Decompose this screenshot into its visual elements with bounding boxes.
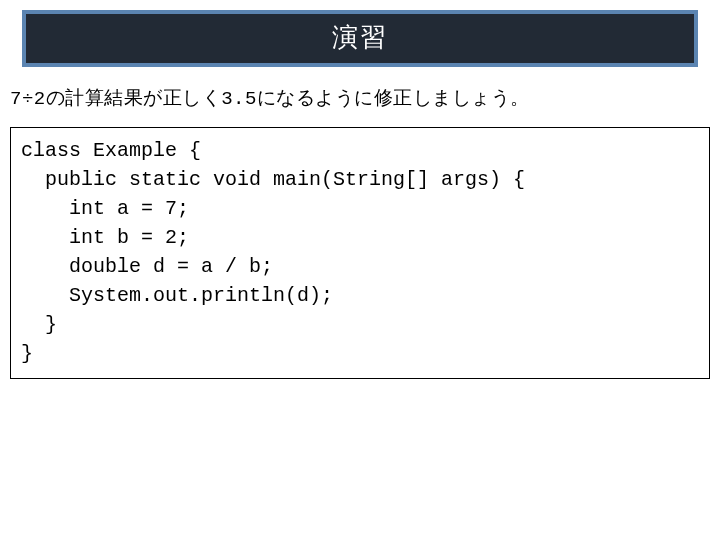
slide-title: 演習 bbox=[26, 14, 694, 63]
code-block: class Example { public static void main(… bbox=[10, 127, 710, 379]
instruction-text: 7÷2の計算結果が正しく3.5になるように修正しましょう。 bbox=[10, 85, 710, 111]
title-container: 演習 bbox=[22, 10, 698, 67]
